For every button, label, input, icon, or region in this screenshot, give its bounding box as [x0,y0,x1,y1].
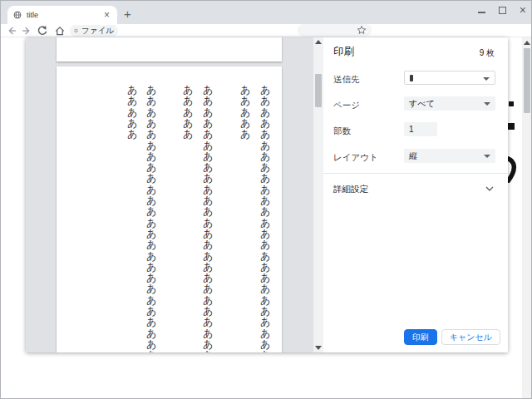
preview-scrollbar-thumb[interactable] [315,74,322,107]
preview-scrollbar[interactable] [313,37,323,352]
preview-char: あ [203,96,213,106]
preview-char: あ [127,96,137,106]
page-info-icon[interactable] [74,27,78,35]
preview-char: あ [260,129,270,139]
preview-char: あ [260,162,270,172]
print-button[interactable]: 印刷 [404,329,437,345]
preview-char: あ [203,339,213,349]
address-bar[interactable]: ファイル [70,25,118,37]
preview-char: あ [203,229,213,239]
copies-label: 部数 [333,126,351,137]
preview-char: あ [203,107,213,117]
preview-char: あ [183,107,193,117]
destination-select[interactable] [404,71,495,85]
preview-char: あ [203,162,213,172]
preview-char: あ [203,350,213,352]
preview-char: あ [203,295,213,305]
preview-char: あ [203,262,213,272]
new-tab-icon[interactable]: + [124,7,131,20]
copies-value: 1 [409,125,414,134]
preview-char: あ [260,85,270,95]
dialog-title: 印刷 [333,45,354,59]
preview-char: あ [203,306,213,316]
preview-char: あ [260,239,270,249]
preview-page-1 [57,37,282,62]
preview-char: あ [127,129,137,139]
preview-char: あ [260,140,270,150]
preview-char: あ [240,107,250,117]
preview-char: あ [203,283,213,293]
layout-value: 縦 [409,150,417,162]
pages-select[interactable]: すべて [404,96,495,111]
preview-char: あ [240,129,250,139]
dropdown-caret-icon [484,102,490,106]
chevron-down-icon[interactable] [485,186,494,191]
preview-char: あ [146,85,156,95]
browser-window: title × + × [0,0,532,399]
preview-char: あ [260,151,270,161]
preview-char: あ [260,328,270,338]
preview-char: あ [260,251,270,261]
print-preview-pane: ああああああああああああああああああああああああああああああああああああああああ… [26,37,313,352]
preview-char: あ [240,118,250,128]
preview-char: あ [260,173,270,183]
preview-char: あ [146,350,156,352]
bookmark-star-icon[interactable] [357,25,367,35]
preview-char: あ [203,140,213,150]
preview-char: あ [203,173,213,183]
preview-char: あ [203,185,213,195]
address-text: ファイル [81,26,114,37]
pages-label: ページ [333,100,360,111]
preview-char: あ [146,118,156,128]
preview-char: あ [146,162,156,172]
layout-select[interactable]: 縦 [404,149,495,163]
tab-title: title [27,11,102,19]
scroll-up-icon[interactable] [524,41,530,45]
dropdown-caret-icon [484,155,490,158]
copies-input[interactable]: 1 [404,122,437,136]
preview-char: あ [203,218,213,228]
preview-char: あ [203,195,213,205]
minimize-icon[interactable] [478,12,485,13]
preview-char: あ [146,173,156,183]
browser-tab[interactable]: title × [7,6,117,24]
preview-char: あ [146,96,156,106]
preview-char: あ [260,295,270,305]
preview-char: あ [146,140,156,150]
window-controls: × [478,4,526,16]
print-dialog: ああああああああああああああああああああああああああああああああああああああああ… [26,37,508,352]
preview-char: あ [146,328,156,338]
preview-char: あ [240,85,250,95]
preview-char: あ [146,229,156,239]
tab-close-icon[interactable]: × [102,10,111,20]
sheet-count: 9 枚 [480,47,495,59]
divider [323,173,508,174]
cancel-button[interactable]: キャンセル [441,329,500,345]
window-close-icon[interactable]: × [520,6,526,14]
preview-char: あ [203,251,213,261]
preview-char: あ [127,85,137,95]
window-scrollbar-thumb[interactable] [524,48,530,113]
window-scrollbar[interactable] [522,37,531,399]
preview-char: あ [146,273,156,283]
preview-char: あ [260,273,270,283]
preview-char: あ [146,295,156,305]
scroll-up-icon[interactable] [315,40,322,44]
pages-value: すべて [409,98,435,110]
maximize-icon[interactable] [499,7,506,14]
preview-char: あ [183,129,193,139]
reload-icon[interactable] [37,25,48,37]
preview-char: あ [260,195,270,205]
preview-char: あ [203,328,213,338]
preview-char: あ [260,262,270,272]
home-icon[interactable] [54,25,66,37]
preview-char: あ [146,339,156,349]
more-settings[interactable]: 詳細設定 [333,184,368,195]
preview-char: あ [183,118,193,128]
forward-icon[interactable] [21,25,32,37]
preview-char: あ [203,239,213,249]
preview-char: あ [203,206,213,216]
back-icon[interactable] [6,25,17,37]
scroll-down-icon[interactable] [315,346,322,350]
preview-char: あ [260,283,270,293]
